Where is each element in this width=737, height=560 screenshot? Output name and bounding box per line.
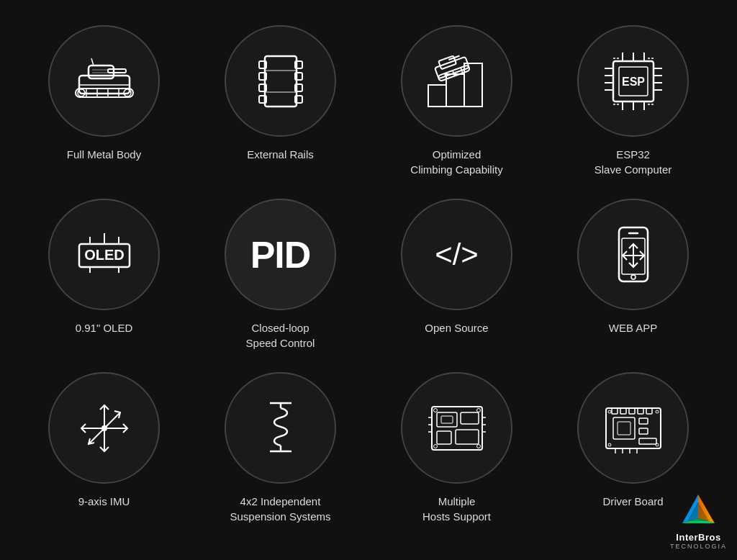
svg-rect-103	[618, 422, 630, 435]
features-grid: Full Metal Body External Ra	[16, 0, 721, 533]
feature-oled: OLED 0.91" OLED	[16, 188, 192, 361]
full-metal-body-icon	[48, 25, 160, 137]
feature-open-source: </> Open Source	[368, 188, 545, 361]
feature-external-rails: External Rails	[192, 14, 368, 188]
feature-imu: 9-axis IMU	[16, 361, 192, 535]
imu-icon	[48, 372, 160, 484]
svg-rect-100	[638, 408, 643, 414]
svg-rect-81	[437, 412, 457, 427]
imu-label: 9-axis IMU	[78, 494, 130, 509]
svg-rect-106	[639, 438, 656, 444]
suspension-icon	[225, 372, 336, 484]
external-rails-icon	[225, 25, 336, 137]
svg-point-94	[433, 444, 437, 448]
svg-rect-85	[456, 430, 479, 444]
svg-rect-97	[612, 408, 618, 414]
svg-rect-99	[629, 408, 635, 414]
svg-rect-83	[461, 412, 479, 424]
code-brackets: </>	[435, 238, 479, 272]
driver-label: Driver Board	[602, 494, 663, 509]
pid-text-display: PID	[250, 233, 311, 276]
pid-label: Closed-loop Speed Control	[246, 320, 315, 351]
logo-container: InterBros TECNOLOGIA	[670, 491, 727, 550]
external-rails-label: External Rails	[247, 147, 314, 162]
esp32-label: ESP32 Slave Computer	[594, 147, 672, 177]
feature-full-metal-body: Full Metal Body	[16, 14, 192, 188]
feature-web-app: WEB APP	[545, 188, 721, 361]
svg-rect-2	[108, 69, 126, 73]
feature-pid: PID Closed-loop Speed Control	[192, 188, 368, 361]
oled-icon: OLED	[48, 199, 160, 310]
hosts-icon	[401, 372, 512, 484]
svg-line-77	[89, 428, 104, 444]
svg-rect-84	[437, 431, 451, 444]
svg-point-92	[433, 408, 437, 412]
svg-point-109	[608, 443, 611, 446]
svg-line-11	[91, 58, 94, 66]
svg-text:ESP: ESP	[621, 76, 644, 88]
svg-rect-98	[620, 408, 626, 414]
pid-icon: PID	[225, 199, 336, 310]
climbing-label: Optimized Climbing Capability	[410, 147, 502, 177]
svg-point-93	[476, 408, 480, 412]
svg-text:OLED: OLED	[84, 247, 125, 263]
svg-rect-101	[646, 408, 652, 414]
logo-name: InterBros	[670, 532, 727, 543]
svg-rect-27	[464, 63, 482, 107]
open-source-icon: </>	[401, 199, 512, 310]
open-source-label: Open Source	[425, 320, 488, 335]
svg-rect-102	[613, 417, 635, 439]
oled-label: 0.91" OLED	[76, 320, 133, 335]
web-app-label: WEB APP	[609, 320, 658, 335]
feature-esp32: ESP	[545, 14, 721, 188]
esp32-icon: ESP	[577, 25, 689, 137]
svg-point-108	[656, 410, 659, 413]
feature-hosts: Multiple Hosts Support	[368, 361, 545, 535]
svg-rect-25	[428, 85, 446, 107]
svg-line-76	[104, 412, 120, 428]
feature-climbing: Optimized Climbing Capability	[368, 14, 545, 188]
svg-point-107	[608, 410, 611, 413]
svg-point-95	[476, 444, 480, 448]
svg-rect-82	[441, 416, 453, 423]
svg-rect-26	[446, 74, 464, 107]
driver-icon	[577, 372, 689, 484]
svg-point-110	[656, 443, 659, 446]
feature-suspension: 4x2 Independent Suspension Systems	[192, 361, 368, 535]
hosts-label: Multiple Hosts Support	[422, 494, 491, 524]
svg-point-70	[631, 275, 636, 279]
svg-rect-105	[639, 428, 648, 434]
logo-subtitle: TECNOLOGIA	[670, 543, 727, 550]
suspension-label: 4x2 Independent Suspension Systems	[230, 494, 330, 524]
web-app-icon	[577, 199, 689, 310]
svg-rect-14	[265, 56, 297, 107]
full-metal-body-label: Full Metal Body	[67, 147, 141, 162]
climbing-icon	[401, 25, 512, 137]
svg-rect-104	[639, 418, 648, 424]
